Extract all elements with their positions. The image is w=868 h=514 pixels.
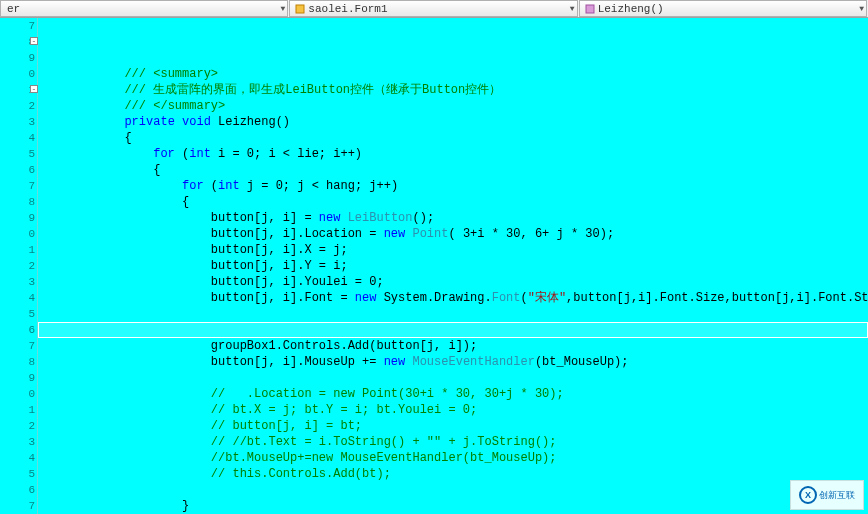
code-line[interactable]: // bt.X = j; bt.Y = i; bt.Youlei = 0; (38, 402, 868, 418)
line-number: 2 (0, 418, 35, 434)
line-number: 2 (0, 258, 35, 274)
code-editor[interactable]: /// <summary> /// 生成雷阵的界面，即生成LeiButton控件… (38, 18, 868, 514)
code-token: // //bt.Text = i.ToString() + "" + j.ToS… (211, 435, 557, 449)
code-token: MouseEventHandler (412, 355, 534, 369)
code-line[interactable]: groupBox1.Controls.Add(button[j, i]); (38, 338, 868, 354)
line-number: 9 (0, 210, 35, 226)
code-line[interactable]: // this.Controls.Add(bt); (38, 466, 868, 482)
code-line[interactable]: { (38, 130, 868, 146)
line-number-gutter[interactable]: 78-901-234567890123456789012345678 (0, 18, 38, 514)
code-token: //bt.MouseUp+=new MouseEventHandler(bt_M… (211, 451, 557, 465)
code-line[interactable]: for (int i = 0; i < lie; i++) (38, 146, 868, 162)
line-number: 1 (0, 242, 35, 258)
line-number: 8 (0, 194, 35, 210)
code-line[interactable]: // button[j, i] = bt; (38, 418, 868, 434)
code-token: System.Drawing. (376, 291, 491, 305)
class-dropdown[interactable]: saolei.Form1 ▼ (289, 0, 577, 17)
line-number: 1- (0, 82, 35, 98)
navigation-toolbar: er ▼ saolei.Form1 ▼ Leizheng() ▼ (0, 0, 868, 18)
code-token: new (355, 291, 377, 305)
code-token: for (182, 179, 204, 193)
line-number: 8 (0, 354, 35, 370)
code-line[interactable]: private void Leizheng() (38, 114, 868, 130)
code-line[interactable] (38, 306, 868, 322)
member-label: Leizheng() (598, 3, 860, 15)
line-number: 7 (0, 178, 35, 194)
code-token: } (182, 499, 189, 513)
code-token (340, 211, 347, 225)
code-line[interactable]: button[j, i].Youlei = 0; (38, 274, 868, 290)
code-token: // button[j, i] = bt; (211, 419, 362, 433)
watermark-text: 创新互联 (819, 489, 855, 502)
member-dropdown[interactable]: Leizheng() ▼ (579, 0, 867, 17)
line-number: 4 (0, 290, 35, 306)
fold-toggle-icon[interactable]: - (30, 85, 38, 93)
code-token: button[j, i].Font = (211, 291, 355, 305)
code-token: for (153, 147, 175, 161)
code-token: new (384, 227, 406, 241)
class-icon (294, 3, 306, 15)
line-number: 4 (0, 130, 35, 146)
code-token: i = 0; i < lie; i++) (211, 147, 362, 161)
code-token (175, 115, 182, 129)
code-token: new (384, 355, 406, 369)
code-token: button[j, i].Y = i; (211, 259, 348, 273)
code-line[interactable]: for (int j = 0; j < hang; j++) (38, 178, 868, 194)
line-number: 6 (0, 482, 35, 498)
code-line[interactable]: button[j, i].Location = new Point( 3+i *… (38, 226, 868, 242)
code-line[interactable] (38, 322, 868, 338)
line-number: 0 (0, 66, 35, 82)
code-token: button[j, i].MouseUp += (211, 355, 384, 369)
code-token: /// 生成雷阵的界面，即生成LeiButton控件（继承于Button控件） (124, 83, 501, 97)
code-token: // this.Controls.Add(bt); (211, 467, 391, 481)
code-token: int (218, 179, 240, 193)
line-number: 3 (0, 274, 35, 290)
code-line[interactable]: button[j, i].MouseUp += new MouseEventHa… (38, 354, 868, 370)
code-token: int (189, 147, 211, 161)
line-number: 5 (0, 306, 35, 322)
line-number: 3 (0, 114, 35, 130)
editor-main: 78-901-234567890123456789012345678 /// <… (0, 18, 868, 514)
fold-toggle-icon[interactable]: - (30, 37, 38, 45)
code-line[interactable]: button[j, i].Font = new System.Drawing.F… (38, 290, 868, 306)
code-line[interactable]: /// <summary> (38, 66, 868, 82)
scope-label: er (7, 3, 281, 15)
line-number: 9 (0, 50, 35, 66)
code-line[interactable]: button[j, i] = new LeiButton(); (38, 210, 868, 226)
code-line[interactable]: button[j, i].Y = i; (38, 258, 868, 274)
code-token: { (124, 131, 131, 145)
code-token: button[j, i].Youlei = 0; (211, 275, 384, 289)
code-line[interactable] (38, 482, 868, 498)
line-number: 0 (0, 226, 35, 242)
line-number: 9 (0, 370, 35, 386)
line-number: 5 (0, 466, 35, 482)
code-token: (bt_MouseUp); (535, 355, 629, 369)
code-token: Point (412, 227, 448, 241)
code-line[interactable]: { (38, 194, 868, 210)
code-line[interactable]: //bt.MouseUp+=new MouseEventHandler(bt_M… (38, 450, 868, 466)
chevron-down-icon: ▼ (570, 4, 575, 13)
code-line[interactable] (38, 370, 868, 386)
code-token: { (153, 163, 160, 177)
code-token: ( (204, 179, 218, 193)
code-token: new (319, 211, 341, 225)
code-token: (); (412, 211, 434, 225)
code-line[interactable]: button[j, i].X = j; (38, 242, 868, 258)
code-line[interactable]: /// </summary> (38, 98, 868, 114)
code-token: "宋体" (528, 291, 566, 305)
line-number: 7 (0, 498, 35, 514)
line-number: 4 (0, 450, 35, 466)
code-token: // bt.X = j; bt.Y = i; bt.Youlei = 0; (211, 403, 477, 417)
code-token: ( 3+i * 30, 6+ j * 30); (448, 227, 614, 241)
line-number: 8- (0, 34, 35, 50)
line-number: 5 (0, 146, 35, 162)
code-line[interactable]: // //bt.Text = i.ToString() + "" + j.ToS… (38, 434, 868, 450)
code-line[interactable]: { (38, 162, 868, 178)
code-line[interactable]: // .Location = new Point(30+i * 30, 30+j… (38, 386, 868, 402)
class-label: saolei.Form1 (308, 3, 570, 15)
line-number: 1 (0, 402, 35, 418)
scope-dropdown[interactable]: er ▼ (0, 0, 288, 17)
code-line[interactable]: /// 生成雷阵的界面，即生成LeiButton控件（继承于Button控件） (38, 82, 868, 98)
code-line[interactable]: } (38, 498, 868, 514)
code-token: Leizheng() (211, 115, 290, 129)
